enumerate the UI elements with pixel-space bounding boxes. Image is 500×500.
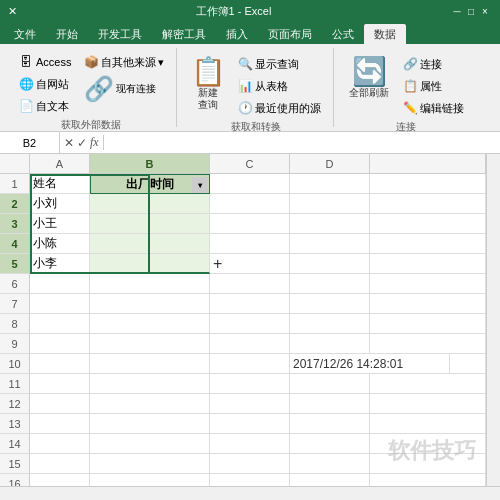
cell-a7[interactable]	[30, 294, 90, 314]
cell-d4[interactable]	[290, 234, 370, 254]
btn-connections[interactable]: 🔗 连接	[398, 54, 468, 74]
cell-a9[interactable]	[30, 334, 90, 354]
horizontal-scrollbar[interactable]	[0, 486, 500, 500]
cell-c10[interactable]	[210, 354, 290, 374]
cell-b9[interactable]	[90, 334, 210, 354]
col-header-b[interactable]: B	[90, 154, 210, 174]
btn-existing-conn[interactable]: 🔗 现有连接	[79, 74, 168, 104]
cell-c13[interactable]	[210, 414, 290, 434]
tab-data[interactable]: 数据	[364, 24, 406, 44]
tab-layout[interactable]: 页面布局	[258, 24, 322, 44]
cell-d3[interactable]	[290, 214, 370, 234]
cell-a13[interactable]	[30, 414, 90, 434]
cell-c6[interactable]	[210, 274, 290, 294]
btn-text[interactable]: 📄 自文本	[14, 96, 75, 116]
cell-d14[interactable]	[290, 434, 370, 454]
cell-e7[interactable]	[370, 294, 486, 314]
btn-new-query[interactable]: 📋 新建查询	[187, 52, 229, 114]
vertical-scrollbar[interactable]	[486, 154, 500, 486]
btn-refresh-all[interactable]: 🔄 全部刷新	[344, 52, 394, 102]
cell-d6[interactable]	[290, 274, 370, 294]
confirm-icon[interactable]: ✓	[77, 136, 87, 150]
minimize-btn[interactable]: ─	[450, 4, 464, 18]
cell-c5[interactable]: +	[210, 254, 290, 274]
btn-website[interactable]: 🌐 自网站	[14, 74, 75, 94]
cell-c2[interactable]	[210, 194, 290, 214]
cell-b6[interactable]	[90, 274, 210, 294]
cell-c1[interactable]	[210, 174, 290, 194]
cell-a12[interactable]	[30, 394, 90, 414]
cell-d2[interactable]	[290, 194, 370, 214]
cell-b5[interactable]	[90, 254, 210, 274]
cell-a15[interactable]	[30, 454, 90, 474]
cell-b14[interactable]	[90, 434, 210, 454]
name-box[interactable]: B2	[0, 132, 60, 154]
cell-c11[interactable]	[210, 374, 290, 394]
cell-c9[interactable]	[210, 334, 290, 354]
cell-a6[interactable]	[30, 274, 90, 294]
cell-d9[interactable]	[290, 334, 370, 354]
cell-b7[interactable]	[90, 294, 210, 314]
cell-e5[interactable]	[370, 254, 486, 274]
cell-b2[interactable]	[90, 194, 210, 214]
btn-properties[interactable]: 📋 属性	[398, 76, 468, 96]
cell-b1[interactable]: 出厂时间 ▾	[90, 174, 210, 194]
cell-c12[interactable]	[210, 394, 290, 414]
tab-file[interactable]: 文件	[4, 24, 46, 44]
tab-home[interactable]: 开始	[46, 24, 88, 44]
cell-e13[interactable]	[370, 414, 486, 434]
cell-c14[interactable]	[210, 434, 290, 454]
cell-c15[interactable]	[210, 454, 290, 474]
cell-e4[interactable]	[370, 234, 486, 254]
btn-access[interactable]: 🗄 Access	[14, 52, 75, 72]
col-header-more[interactable]	[370, 154, 486, 174]
cell-a10[interactable]	[30, 354, 90, 374]
cell-a14[interactable]	[30, 434, 90, 454]
btn-from-table[interactable]: 📊 从表格	[233, 76, 325, 96]
cell-e2[interactable]	[370, 194, 486, 214]
btn-other-source[interactable]: 📦 自其他来源 ▾	[79, 52, 168, 72]
cell-b16[interactable]	[90, 474, 210, 486]
cell-b11[interactable]	[90, 374, 210, 394]
cell-d15[interactable]	[290, 454, 370, 474]
cell-a8[interactable]	[30, 314, 90, 334]
cell-a16[interactable]	[30, 474, 90, 486]
cell-e10[interactable]	[450, 354, 486, 374]
tab-developer[interactable]: 开发工具	[88, 24, 152, 44]
tab-decrypt[interactable]: 解密工具	[152, 24, 216, 44]
col-header-c[interactable]: C	[210, 154, 290, 174]
cell-d7[interactable]	[290, 294, 370, 314]
btn-recent-source[interactable]: 🕐 最近使用的源	[233, 98, 325, 118]
cell-d10[interactable]: 2017/12/26 14:28:01	[290, 354, 450, 374]
close-btn[interactable]: ×	[478, 4, 492, 18]
cell-b10[interactable]	[90, 354, 210, 374]
cell-c7[interactable]	[210, 294, 290, 314]
cell-a3[interactable]: 小王	[30, 214, 90, 234]
cell-a5[interactable]: 小李	[30, 254, 90, 274]
cell-d12[interactable]	[290, 394, 370, 414]
cell-d13[interactable]	[290, 414, 370, 434]
cell-b8[interactable]	[90, 314, 210, 334]
cell-e3[interactable]	[370, 214, 486, 234]
cell-d8[interactable]	[290, 314, 370, 334]
cell-b12[interactable]	[90, 394, 210, 414]
cell-d5[interactable]	[290, 254, 370, 274]
cell-e9[interactable]	[370, 334, 486, 354]
cell-c3[interactable]	[210, 214, 290, 234]
cell-a1[interactable]: 姓名	[30, 174, 90, 194]
cell-a11[interactable]	[30, 374, 90, 394]
cell-a2[interactable]: 小刘	[30, 194, 90, 214]
dropdown-arrow[interactable]: ▾	[192, 177, 208, 193]
cell-e16[interactable]	[370, 474, 486, 486]
cell-e8[interactable]	[370, 314, 486, 334]
cell-e1[interactable]	[370, 174, 486, 194]
col-header-d[interactable]: D	[290, 154, 370, 174]
cell-b4[interactable]	[90, 234, 210, 254]
cell-d16[interactable]	[290, 474, 370, 486]
cell-b13[interactable]	[90, 414, 210, 434]
col-header-a[interactable]: A	[30, 154, 90, 174]
cell-e11[interactable]	[370, 374, 486, 394]
cell-c16[interactable]	[210, 474, 290, 486]
cell-a4[interactable]: 小陈	[30, 234, 90, 254]
cancel-icon[interactable]: ✕	[64, 136, 74, 150]
